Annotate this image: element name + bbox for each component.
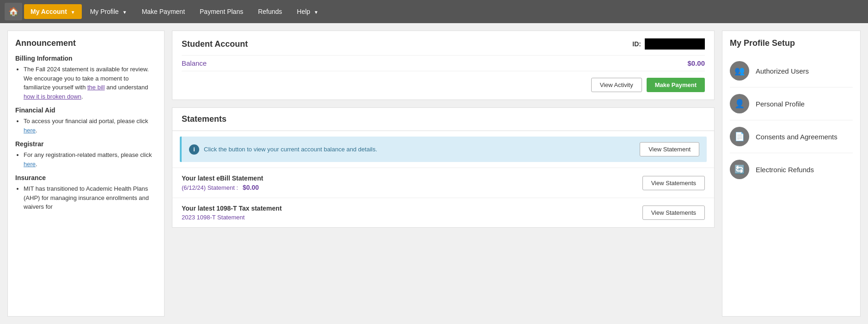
breakdown-link[interactable]: how it is broken down	[24, 93, 81, 100]
home-button[interactable]: 🏠	[5, 3, 22, 20]
registrar-link[interactable]: here	[24, 161, 36, 168]
id-label: ID:	[632, 40, 641, 48]
info-banner: i Click the button to view your current …	[180, 137, 707, 162]
insurance-heading: Insurance	[15, 174, 157, 181]
ebill-detail-text: (6/12/24) Statement :	[182, 184, 238, 191]
bill-link[interactable]: the bill	[87, 84, 105, 91]
nav-make-payment[interactable]: Make Payment	[135, 4, 191, 19]
profile-setup-panel: My Profile Setup 👥 Authorized Users 👤 Pe…	[722, 31, 861, 317]
nav-payment-plans[interactable]: Payment Plans	[193, 4, 250, 19]
financial-aid-item: To access your financial aid portal, ple…	[24, 117, 157, 135]
nav-my-profile[interactable]: My Profile ▼	[84, 4, 134, 19]
electronic-refunds-icon: 🔄	[730, 160, 749, 179]
caret-icon: ▼	[314, 10, 318, 15]
statements-card: Statements i Click the button to view yo…	[172, 107, 715, 228]
announcement-title: Announcement	[15, 38, 157, 48]
caret-icon: ▼	[122, 10, 127, 15]
view-statements-button-1[interactable]: View Statements	[642, 176, 705, 190]
balance-row: Balance $0.00	[182, 55, 705, 71]
financial-aid-link[interactable]: here	[24, 127, 36, 134]
main-content: Announcement Billing Information The Fal…	[0, 23, 868, 324]
insurance-list: MIT has transitioned to Academic Health …	[15, 184, 157, 212]
profile-item-authorized-users[interactable]: 👥 Authorized Users	[730, 55, 853, 87]
id-value-redacted	[645, 38, 705, 50]
statements-title: Statements	[182, 114, 705, 124]
billing-item-1: The Fall 2024 statement is available for…	[24, 65, 157, 101]
caret-icon: ▼	[71, 10, 75, 15]
tax-title: Your latest 1098-T Tax statement	[182, 205, 282, 212]
tax-info: Your latest 1098-T Tax statement 2023 10…	[182, 205, 282, 221]
info-banner-text: Click the button to view your current ac…	[204, 146, 634, 153]
billing-heading: Billing Information	[15, 55, 157, 62]
ebill-info: Your latest eBill Statement (6/12/24) St…	[182, 174, 263, 191]
consents-icon: 📄	[730, 127, 749, 146]
personal-profile-label: Personal Profile	[756, 100, 805, 108]
view-activity-button[interactable]: View Activity	[591, 78, 642, 92]
view-statement-button[interactable]: View Statement	[640, 142, 699, 156]
billing-list: The Fall 2024 statement is available for…	[15, 65, 157, 101]
action-row: View Activity Make Payment	[182, 78, 705, 92]
financial-aid-list: To access your financial aid portal, ple…	[15, 117, 157, 135]
ebill-amount: $0.00	[243, 184, 259, 191]
ebill-row: Your latest eBill Statement (6/12/24) St…	[172, 168, 714, 198]
nav-my-account[interactable]: My Account ▼	[24, 4, 82, 19]
student-id-section: ID:	[632, 38, 705, 50]
financial-aid-heading: Financial Aid	[15, 106, 157, 114]
registrar-item: For any registration-related matters, pl…	[24, 150, 157, 168]
tax-statement-row: Your latest 1098-T Tax statement 2023 10…	[172, 198, 714, 227]
profile-setup-title: My Profile Setup	[730, 38, 853, 48]
make-payment-button[interactable]: Make Payment	[647, 78, 705, 92]
registrar-heading: Registrar	[15, 140, 157, 148]
balance-amount: $0.00	[687, 59, 705, 67]
balance-label: Balance	[182, 59, 207, 67]
info-icon: i	[189, 144, 199, 155]
student-account-header: Student Account ID:	[182, 38, 705, 50]
statements-header: Statements	[172, 108, 714, 131]
announcement-panel: Announcement Billing Information The Fal…	[7, 31, 165, 317]
profile-item-consents[interactable]: 📄 Consents and Agreements	[730, 120, 853, 153]
navbar: 🏠 My Account ▼ My Profile ▼ Make Payment…	[0, 0, 868, 23]
tax-detail: 2023 1098-T Statement	[182, 214, 282, 221]
ebill-detail: (6/12/24) Statement : $0.00	[182, 184, 263, 191]
profile-item-electronic-refunds[interactable]: 🔄 Electronic Refunds	[730, 153, 853, 186]
electronic-refunds-label: Electronic Refunds	[756, 166, 814, 174]
insurance-item: MIT has transitioned to Academic Health …	[24, 184, 157, 212]
center-panel: Student Account ID: Balance $0.00 View A…	[172, 31, 715, 317]
nav-refunds[interactable]: Refunds	[251, 4, 288, 19]
ebill-title: Your latest eBill Statement	[182, 174, 263, 182]
profile-item-personal-profile[interactable]: 👤 Personal Profile	[730, 87, 853, 120]
personal-profile-icon: 👤	[730, 94, 749, 113]
consents-label: Consents and Agreements	[756, 133, 837, 141]
authorized-users-icon: 👥	[730, 61, 749, 81]
nav-help[interactable]: Help ▼	[290, 4, 325, 19]
view-statements-button-2[interactable]: View Statements	[642, 206, 705, 220]
student-account-card: Student Account ID: Balance $0.00 View A…	[172, 31, 715, 100]
student-account-title: Student Account	[182, 39, 248, 49]
authorized-users-label: Authorized Users	[756, 67, 809, 75]
registrar-list: For any registration-related matters, pl…	[15, 150, 157, 168]
